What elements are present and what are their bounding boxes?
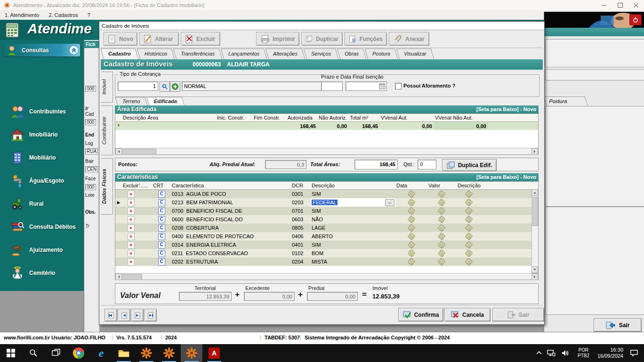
cancela-button[interactable]: Cancela <box>444 308 491 322</box>
col-header[interactable]: Não Autoriz. <box>318 115 349 121</box>
table-row[interactable]: × C 0208 COBERTURA 0805 LAGE <box>115 224 538 232</box>
tag-icon[interactable] <box>438 199 446 207</box>
tag-icon[interactable] <box>438 190 446 198</box>
cobranca-desc-field[interactable]: NORMAL <box>182 81 323 91</box>
qtd-field[interactable]: 0 <box>418 160 436 169</box>
delete-icon[interactable]: × <box>128 199 135 206</box>
file-explorer-icon[interactable] <box>113 344 135 362</box>
menu-cadastros[interactable]: 2. Cadastros <box>44 12 82 18</box>
tray-chevron-icon[interactable] <box>536 344 542 362</box>
tag-icon[interactable] <box>408 233 416 241</box>
tab-terreno[interactable]: Terreno <box>115 97 147 105</box>
tag-icon[interactable] <box>438 241 446 249</box>
tab-historicos[interactable]: Históricos <box>137 48 175 59</box>
taskbar-search-icon[interactable] <box>23 344 44 362</box>
crt-icon[interactable]: C <box>158 191 165 198</box>
col-header[interactable]: Fim Constr. <box>253 115 287 121</box>
table-row[interactable]: × C 0211 ESTADO CONSERVACAO 0102 BOM <box>115 249 538 257</box>
territorial-field[interactable]: 12.853,39 <box>179 292 232 301</box>
horizontal-scrollbar[interactable] <box>115 273 538 280</box>
bg-tab-postura[interactable]: Postura <box>544 97 588 106</box>
search-button[interactable] <box>160 81 170 92</box>
delete-icon[interactable]: × <box>128 250 135 257</box>
tag-icon[interactable] <box>408 216 416 224</box>
anexar-button[interactable]: Anexar <box>389 32 429 46</box>
duplicar-button[interactable]: Duplicar <box>301 32 343 46</box>
col-header[interactable]: Característica <box>171 183 291 188</box>
chrome-icon[interactable] <box>68 344 89 362</box>
sidebar-item-imobiliario[interactable]: Imobiliário <box>10 125 81 144</box>
col-header[interactable]: DCR <box>291 183 311 188</box>
tag-icon[interactable] <box>465 224 473 232</box>
crt-icon[interactable]: C <box>158 216 165 223</box>
col-header[interactable]: Total m² <box>349 115 380 121</box>
crt-icon[interactable]: C <box>158 250 165 257</box>
table-row[interactable]: × C 0400 ELEMENTO DE PROTECAO 0406 ABERT… <box>115 232 538 241</box>
tab-cadastro[interactable]: Cadastro <box>101 48 138 59</box>
scroll-thumb[interactable] <box>122 274 142 280</box>
notification-icon[interactable] <box>630 344 638 362</box>
add-button[interactable] <box>170 81 180 92</box>
tab-servicos[interactable]: Serviços <box>304 48 339 59</box>
tag-icon[interactable] <box>438 224 446 232</box>
tag-icon[interactable] <box>408 207 416 215</box>
scroll-right-button[interactable] <box>531 148 538 155</box>
acrobat-icon[interactable] <box>203 344 225 362</box>
delete-icon[interactable]: × <box>128 191 135 198</box>
tag-icon[interactable] <box>465 233 473 241</box>
ellipsis-button[interactable]: ... <box>385 199 394 206</box>
tab-visualizar[interactable]: Visualizar <box>396 48 434 59</box>
sidebar-item-mobiliario[interactable]: Mobiliário <box>10 148 81 167</box>
cell-desc-editing[interactable]: FEDERAL... <box>311 198 395 207</box>
tab-lancamentos[interactable]: Lançamentos <box>221 48 267 59</box>
tag-icon[interactable] <box>465 241 473 249</box>
minimize-button[interactable] <box>596 0 612 10</box>
tag-icon[interactable] <box>438 258 446 266</box>
table-row[interactable]: × C 0313 AGUA DE POCO 0301 SIM <box>115 190 538 198</box>
novo-button[interactable]: Novo <box>104 32 137 46</box>
start-button[interactable] <box>0 344 22 362</box>
delete-icon[interactable]: × <box>128 241 135 249</box>
side-tab-dados-fisicos[interactable]: Dados Físicos <box>101 158 113 215</box>
crt-icon[interactable]: C <box>158 233 165 240</box>
predial-field[interactable]: 0,00 <box>307 292 358 301</box>
excluir-button[interactable]: Excluir <box>181 32 220 46</box>
sidebar-item-cemiterio[interactable]: Cemitério <box>10 264 81 282</box>
tag-icon[interactable] <box>465 207 473 215</box>
delete-icon[interactable]: × <box>128 258 135 265</box>
delete-icon[interactable]: × <box>128 233 135 240</box>
table-row[interactable]: × C 0314 ENERGIA ELETRICA 0401 SIM <box>115 241 538 249</box>
speaker-icon[interactable] <box>561 344 570 362</box>
col-header[interactable]: VVenal Não Aut. <box>434 115 488 121</box>
sidebar-item-contribuintes[interactable]: Contribuintes <box>10 102 81 121</box>
tag-icon[interactable] <box>438 216 446 224</box>
internet-explorer-icon[interactable] <box>90 344 112 362</box>
crt-icon[interactable]: C <box>158 199 165 206</box>
col-header[interactable]: Descrição <box>311 183 395 188</box>
close-button[interactable] <box>628 0 644 10</box>
col-header[interactable]: Autorizada <box>287 115 318 121</box>
sidebar-item-consulta-debitos[interactable]: Consulta Débitos <box>10 217 81 236</box>
scroll-left-button[interactable] <box>115 148 122 155</box>
power-button[interactable] <box>629 14 642 25</box>
language-indicator[interactable]: PORPTB2 <box>578 344 589 362</box>
alterar-button[interactable]: Alterar <box>139 32 179 46</box>
maximize-button[interactable] <box>612 0 628 10</box>
tab-postura[interactable]: Postura <box>365 48 398 59</box>
table-row[interactable]: × C 0700 BENEFICIO FISCAL DE 0701 SIM <box>115 207 538 215</box>
col-header[interactable]: Valor <box>427 183 457 188</box>
scroll-left-button[interactable] <box>115 274 122 280</box>
duplica-edif-button[interactable]: Duplica Edif. <box>442 159 497 171</box>
bg-sair-button[interactable]: Sair <box>594 318 642 332</box>
scroll-right-button[interactable] <box>531 274 538 280</box>
tag-icon[interactable] <box>408 199 416 207</box>
sidebar-item-agua-esgoto[interactable]: Água/Esgoto <box>10 171 81 190</box>
sidebar-item-ajuizamento[interactable]: Ajuizamento <box>10 241 81 259</box>
menu-atendimento[interactable]: 1. Atendimento <box>0 12 44 18</box>
table-row[interactable]: × C 0202 ESTRUTURA 0204 MISTA <box>115 257 538 266</box>
delete-icon[interactable]: × <box>128 225 135 232</box>
tab-edificada[interactable]: Edificada <box>146 97 184 105</box>
col-header[interactable]: CRT <box>152 183 171 188</box>
total-areas-field[interactable]: 168,45 <box>354 160 398 169</box>
side-tab-contribuinte[interactable]: Contribuinte <box>101 105 113 155</box>
